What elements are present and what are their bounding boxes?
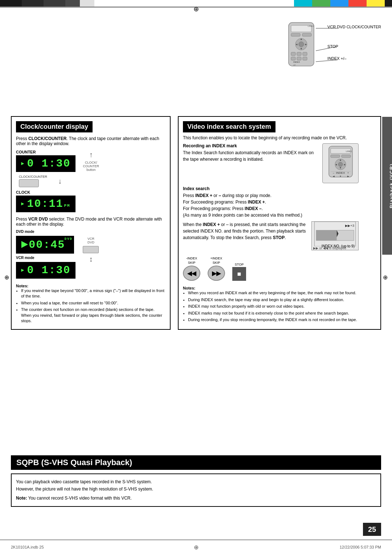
index-display-diagram: ▶▶+3 ▶▶ or ◀◀ is displayed INDEX NO. (up… [311,221,359,250]
bottom-bar: 2K10101A.indb 25 ⊕ 12/22/2006 5:07:33 PM [0,539,392,554]
index-search-line-4: (As many as 9 index points can be access… [183,212,359,218]
index-search-line-1: Press INDEX + or – during stop or play m… [183,192,359,199]
left-note-2: When you load a tape, the counter will r… [21,300,166,306]
svg-text:◀: ◀ [332,175,334,177]
video-index-section: Video index search system This function … [178,116,381,330]
left-compass-icon: ⊕ [4,274,9,280]
counter-value-display: ► 0 1:30 [16,155,75,172]
vcr-buttons-section: -INDEXSKIP ◀◀ +INDEXSKIP ▶▶ STOP ■ [183,257,359,281]
right-notes-title: Notes: [183,286,359,290]
svg-text:+: + [347,172,348,174]
index-minus-button[interactable]: ◀◀ [183,266,200,281]
right-note-5: During recording, if you stop recording … [188,317,359,323]
counter-row: COUNTER ► 0 1:30 ↑ CLOCK/COUNTERbutton [16,150,166,172]
left-note-3: The counter does not function on non-rec… [21,307,166,324]
bottom-compass: ⊕ [134,544,258,551]
index-search-block: Index search Press INDEX + or – during s… [183,186,359,218]
clock-button-row: CLOCK/COUNTER ↓ [16,175,166,187]
right-notes-list: When you record an INDEX mark at the ver… [188,290,359,323]
svg-text:–: – [333,172,334,174]
dvd-value-display: ► 00:45 DVD [16,236,74,254]
right-note-4: INDEX marks may not be found if it is ex… [188,311,359,316]
right-note-3: INDEX may not function properly with old… [188,304,359,309]
clock-value: 10:11 [27,198,63,210]
vcr-dvd-selector-icon [83,246,99,253]
svg-text:LINE1: LINE1 [346,150,352,152]
dvd-value: 00:45 [29,239,65,251]
vcr-mode-label: VCR mode [16,256,34,260]
index-plus-label: +INDEXSKIP [211,257,222,265]
index-display-block: ▶▶+3 ▶▶ or ◀◀ is displayed INDEX NO. (up… [183,221,359,252]
clock-label: CLOCK [16,190,30,194]
sqpb-section: SQPB (S-VHS Quasi Playback) You can play… [11,455,381,507]
svg-rect-26 [342,155,351,157]
counter-display-section: COUNTER ► 0 1:30 ↑ CLOCK/COUNTERbutton [16,150,166,212]
svg-point-28 [338,162,343,167]
video-index-title: Video index search system [183,121,275,132]
right-note-1: When you record an INDEX mark at the ver… [188,290,359,296]
clock-intro-text: Press CLOCK/COUNTER. The clock and tape … [16,136,166,146]
svg-rect-43 [316,230,337,241]
svg-text:▼: ▼ [339,175,342,177]
page-number: 25 [363,523,381,536]
sqpb-body-text: You can playback video cassette tapes re… [16,479,376,492]
index-no-text: INDEX NO. (up to 9) [322,244,355,248]
svg-text:INDEX: INDEX [336,171,345,175]
video-index-intro: This function enables you to locate the … [183,135,359,140]
clock-counter-button-icon [19,179,39,187]
mini-remote-svg: LINE1 ▲ ▼ ◄ ► – INDEX + ◀ [327,145,354,178]
recording-index-block: LINE1 ▲ ▼ ◄ ► – INDEX + ◀ [183,143,359,183]
dvd-vcr-displays: DVD mode ► 00:45 DVD VCR mode ► 0 1:30 V… [16,230,166,279]
clock-counter-button-label: CLOCK/COUNTER [19,175,47,178]
left-note-1: If you rewind the tape beyond "00:00", a… [21,288,166,299]
index-minus-button-wrap: -INDEXSKIP ◀◀ [183,257,200,281]
index-plus-button[interactable]: ▶▶ [208,266,225,281]
left-notes-list: If you rewind the tape beyond "00:00", a… [21,288,166,324]
two-column-layout: Clock/counter display Press CLOCK/COUNTE… [11,116,381,330]
index-plus-button-wrap: +INDEXSKIP ▶▶ [208,257,225,281]
clock-counter-section: Clock/counter display Press CLOCK/COUNTE… [11,116,171,330]
index-search-heading: Index search [183,186,359,191]
clock-row: CLOCK ► 10:11 PM [16,190,166,212]
clock-value-display: ► 10:11 PM [16,196,75,212]
main-content: Clock/counter display Press CLOCK/COUNTE… [11,11,381,536]
stop-button-wrap: STOP ■ [232,263,246,281]
vcr-value: 0 1:30 [27,264,70,276]
svg-text:▼: ▼ [339,167,342,169]
svg-text:▶▶+3: ▶▶+3 [345,223,354,227]
remote-mini-diagram: LINE1 ▲ ▼ ◄ ► – INDEX + ◀ [322,143,359,183]
right-compass-icon: ⊕ [383,274,388,280]
svg-text:►: ► [343,163,346,166]
counter-value: 0 1:30 [27,157,70,170]
sqpb-content: You can playback video cassette tapes re… [11,473,381,507]
svg-text:▶: ▶ [347,175,349,177]
bottom-right-text: 12/22/2006 5:07:33 PM [258,545,381,549]
dvd-mode-label: DVD mode [16,230,34,234]
stop-label: STOP [235,263,244,266]
svg-text:◄: ◄ [335,163,337,166]
pm-indicator: PM [64,204,70,208]
bottom-left-text: 2K10101A.indb 25 [11,545,134,549]
right-note-2: During INDEX search, the tape may stop a… [188,297,359,303]
vcr-dvd-press-text: Press VCR DVD selector. The DVD mode and… [16,217,166,227]
stop-button[interactable]: ■ [232,267,246,281]
index-search-line-3: For Preceding programs: Press INDEX –. [183,205,359,212]
clock-section-title: Clock/counter display [16,121,93,132]
right-notes: Notes: When you record an INDEX mark at … [183,286,359,323]
index-search-line-2: For Succeeding programs: Press INDEX +. [183,199,359,205]
playback-vcr-label: Playback (VCR) [389,163,392,208]
sqpb-title: SQPB (S-VHS Quasi Playback) [11,455,381,470]
index-display-svg: ▶▶+3 [313,222,357,246]
index-minus-label: -INDEXSKIP [186,257,197,265]
svg-rect-25 [331,155,340,157]
dvd-badge: DVD [65,237,73,241]
counter-label: COUNTER [16,150,36,154]
left-notes: Notes: If you rewind the tape beyond "00… [16,284,166,324]
playback-vcr-sidebar: Playback (VCR) [382,117,392,255]
svg-text:▲: ▲ [339,159,342,161]
sqpb-note: Note: You cannot record S-VHS video form… [16,495,376,502]
left-notes-title: Notes: [16,284,166,288]
vcr-buttons-row: -INDEXSKIP ◀◀ +INDEXSKIP ▶▶ STOP ■ [183,257,359,281]
vcr-value-display: ► 0 1:30 [16,262,75,279]
